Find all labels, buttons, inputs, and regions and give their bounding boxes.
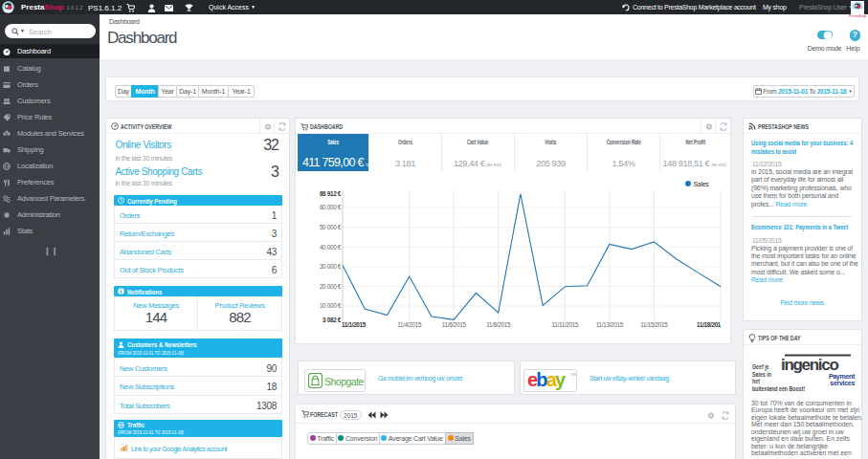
- svg-text:11/11/2015: 11/11/2015: [552, 321, 579, 328]
- svg-text:11/1/2015: 11/1/2015: [342, 321, 367, 328]
- svg-text:60 000 €: 60 000 €: [320, 204, 342, 210]
- svg-text:40 000 €: 40 000 €: [320, 244, 342, 251]
- svg-text:10 000 €: 10 000 €: [320, 302, 342, 309]
- svg-text:services: services: [830, 380, 855, 386]
- svg-text:11/13/2015: 11/13/2015: [596, 321, 624, 328]
- svg-text:11/15/2015: 11/15/2015: [640, 321, 668, 328]
- svg-text:Sales: Sales: [694, 181, 710, 187]
- svg-text:20 000 €: 20 000 €: [320, 283, 342, 290]
- svg-text:11/8/2015: 11/8/2015: [486, 321, 511, 328]
- svg-text:11/4/2015: 11/4/2015: [397, 321, 422, 328]
- svg-text:3 082 €: 3 082 €: [323, 317, 342, 323]
- svg-text:30 000 €: 30 000 €: [320, 263, 342, 270]
- svg-text:11/6/2015: 11/6/2015: [442, 321, 467, 328]
- svg-text:50 000 €: 50 000 €: [320, 224, 342, 230]
- svg-text:11/18/201: 11/18/201: [697, 321, 722, 328]
- svg-text:66 912 €: 66 912 €: [320, 190, 342, 197]
